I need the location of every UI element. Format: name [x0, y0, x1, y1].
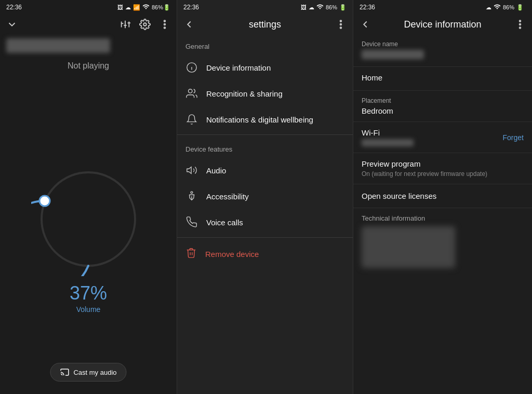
status-bar-left: 22:36 🖼 ☁ 📶 86%🔋 — [0, 0, 177, 15]
wifi-section: Wi-Fi Forget — [353, 122, 532, 153]
menu-item-recognition[interactable]: Recognition & sharing — [177, 80, 353, 106]
accessibility-label: Accessibility — [206, 192, 249, 201]
more-vert-icon-mid[interactable] — [335, 19, 347, 30]
toolbar-left — [0, 15, 177, 34]
open-source-label: Open source licenses — [362, 192, 524, 200]
status-icons-left: 🖼 ☁ 📶 86%🔋 — [117, 3, 170, 11]
preview-program-label: Preview program — [362, 159, 524, 168]
back-icon-right[interactable] — [360, 19, 371, 30]
cast-icon — [60, 368, 69, 377]
svg-point-14 — [340, 24, 342, 25]
remove-device-label: Remove device — [205, 250, 259, 259]
battery-right: 86% — [503, 4, 514, 10]
mid-panel: 22:36 🖼 ☁ 86% 🔋 settings — [177, 0, 353, 394]
time-right: 22:36 — [360, 4, 375, 11]
device-name-value-blurred — [362, 50, 424, 59]
settings-icon[interactable] — [139, 19, 151, 30]
toolbar-right-icons — [119, 19, 170, 30]
toolbar-mid: settings — [177, 15, 353, 34]
svg-point-24 — [520, 24, 521, 25]
bell-icon — [185, 114, 198, 125]
bedroom-section: Placement Bedroom — [353, 91, 532, 122]
svg-point-23 — [520, 20, 521, 22]
left-panel: 22:36 🖼 ☁ 📶 86%🔋 — [0, 0, 177, 394]
status-icons-mid: 🖼 ☁ 86% 🔋 — [301, 3, 347, 11]
tech-info-label: Technical information — [362, 214, 524, 222]
menu-item-notifications[interactable]: Notifications & digital wellbeing — [177, 106, 353, 132]
wifi-value-blurred — [362, 139, 414, 146]
svg-point-11 — [39, 196, 50, 206]
toolbar-right: Device information — [353, 15, 532, 34]
remove-device-item[interactable]: Remove device — [177, 240, 353, 268]
wifi-icon-right — [494, 3, 501, 11]
svg-point-9 — [164, 27, 166, 29]
svg-point-15 — [340, 27, 342, 29]
back-icon-mid[interactable] — [183, 19, 195, 30]
time-left: 22:36 — [6, 4, 22, 11]
wifi-label: Wi-Fi — [362, 128, 414, 137]
svg-point-8 — [164, 24, 166, 25]
more-vert-icon-left[interactable] — [159, 19, 170, 30]
preview-program-value: On (waiting for next preview firmware up… — [362, 170, 524, 178]
placement-label: Placement — [362, 97, 524, 104]
general-label: General — [177, 34, 353, 55]
menu-item-accessibility[interactable]: Accessibility — [177, 183, 353, 209]
svg-point-13 — [340, 20, 342, 22]
open-source-section[interactable]: Open source licenses — [353, 184, 532, 208]
menu-item-audio[interactable]: Audio — [177, 157, 353, 183]
home-value: Home — [362, 73, 524, 82]
trash-icon — [185, 247, 197, 261]
audio-label: Audio — [206, 166, 226, 175]
voice-calls-label: Voice calls — [206, 218, 243, 227]
signal-icon — [142, 3, 150, 11]
features-label: Device features — [177, 137, 353, 157]
battery-icon-right: 🔋 — [516, 4, 524, 11]
divider-2 — [177, 237, 353, 238]
cloud-icon-mid: ☁ — [309, 4, 314, 11]
preview-program-section: Preview program On (waiting for next pre… — [353, 153, 532, 184]
cast-audio-label: Cast my audio — [73, 369, 116, 376]
wifi-icon: 📶 — [133, 4, 140, 11]
photo-icon-mid: 🖼 — [301, 4, 307, 10]
accessibility-icon — [185, 191, 198, 202]
bedroom-value: Bedroom — [362, 106, 524, 115]
menu-item-device-info[interactable]: Device information — [177, 55, 353, 80]
status-icons-right: ☁ 86% 🔋 — [486, 3, 524, 11]
svg-marker-20 — [187, 167, 191, 174]
svg-point-19 — [189, 89, 192, 93]
forget-button[interactable]: Forget — [503, 133, 524, 142]
volume-percent: 37% — [70, 282, 107, 304]
status-bar-right: 22:36 ☁ 86% 🔋 — [353, 0, 530, 15]
device-name-section: Device name — [353, 34, 532, 67]
right-panel: 22:36 ☁ 86% 🔋 Device information — [353, 0, 532, 394]
status-bar-mid: 22:36 🖼 ☁ 86% 🔋 — [177, 0, 353, 15]
svg-point-10 — [42, 172, 135, 266]
volume-icon — [185, 165, 198, 176]
people-icon — [185, 88, 198, 99]
volume-circle[interactable] — [31, 162, 145, 276]
phone-icon — [185, 216, 198, 228]
cast-audio-button[interactable]: Cast my audio — [50, 363, 126, 382]
more-vert-icon-right[interactable] — [514, 19, 526, 30]
device-info-label: Device information — [206, 63, 271, 72]
battery-mid: 86% — [326, 4, 337, 10]
battery-left: 86%🔋 — [152, 4, 170, 11]
equalizer-icon[interactable] — [119, 19, 131, 30]
cloud-icon: ☁ — [125, 4, 131, 11]
device-name-blurred — [6, 38, 110, 53]
svg-point-6 — [143, 23, 147, 26]
info-circle-icon — [185, 62, 198, 73]
notifications-label: Notifications & digital wellbeing — [206, 115, 313, 124]
battery-icon-mid: 🔋 — [339, 4, 347, 11]
time-mid: 22:36 — [183, 4, 199, 11]
device-info-title: Device information — [371, 19, 514, 30]
menu-item-voice-calls[interactable]: Voice calls — [177, 209, 353, 235]
volume-container: 37% Volume — [0, 81, 177, 394]
divider-1 — [177, 134, 353, 135]
recognition-label: Recognition & sharing — [206, 89, 283, 98]
placement-section: Home — [353, 67, 532, 91]
cloud-icon-right: ☁ — [486, 4, 491, 11]
not-playing-text: Not playing — [0, 61, 177, 71]
chevron-down-icon[interactable] — [6, 19, 18, 30]
tech-info-section: Technical information — [353, 208, 532, 274]
